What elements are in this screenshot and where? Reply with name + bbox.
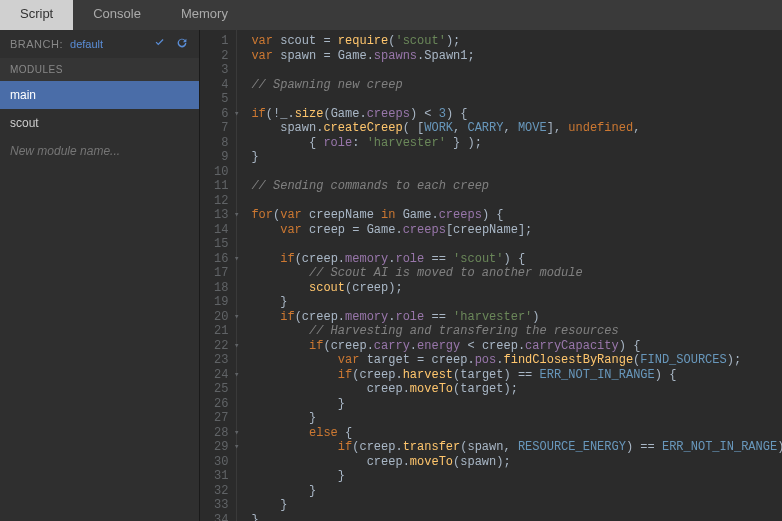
- code-line[interactable]: [251, 63, 782, 78]
- line-number[interactable]: 22: [214, 339, 228, 354]
- line-number[interactable]: 21: [214, 324, 228, 339]
- code-line[interactable]: }: [251, 150, 782, 165]
- sidebar: BRANCH: default MODULES mainscout: [0, 30, 200, 521]
- code-line[interactable]: [251, 194, 782, 209]
- line-number[interactable]: 31: [214, 469, 228, 484]
- code-line[interactable]: if(creep.carry.energy < creep.carryCapac…: [251, 339, 782, 354]
- gutter: 1234567891011121314151617181920212223242…: [200, 30, 237, 521]
- line-number[interactable]: 28: [214, 426, 228, 441]
- modules-header: MODULES: [0, 58, 199, 81]
- line-number[interactable]: 13: [214, 208, 228, 223]
- branch-row: BRANCH: default: [0, 30, 199, 58]
- code-line[interactable]: creep.moveTo(spawn);: [251, 455, 782, 470]
- line-number[interactable]: 33: [214, 498, 228, 513]
- tab-console[interactable]: Console: [73, 0, 161, 30]
- code-line[interactable]: if(creep.transfer(spawn, RESOURCE_ENERGY…: [251, 440, 782, 455]
- line-number[interactable]: 7: [214, 121, 228, 136]
- code-line[interactable]: var spawn = Game.spawns.Spawn1;: [251, 49, 782, 64]
- line-number[interactable]: 10: [214, 165, 228, 180]
- line-number[interactable]: 11: [214, 179, 228, 194]
- line-number[interactable]: 32: [214, 484, 228, 499]
- line-number[interactable]: 19: [214, 295, 228, 310]
- branch-name[interactable]: default: [70, 38, 103, 50]
- code-line[interactable]: }: [251, 469, 782, 484]
- code-line[interactable]: }: [251, 484, 782, 499]
- code-line[interactable]: [251, 165, 782, 180]
- line-number[interactable]: 17: [214, 266, 228, 281]
- code-area[interactable]: var scout = require('scout');var spawn =…: [237, 30, 782, 521]
- code-line[interactable]: var target = creep.pos.findClosestByRang…: [251, 353, 782, 368]
- line-number[interactable]: 18: [214, 281, 228, 296]
- branch-label: BRANCH:: [10, 38, 63, 50]
- code-line[interactable]: else {: [251, 426, 782, 441]
- line-number[interactable]: 4: [214, 78, 228, 93]
- code-line[interactable]: }: [251, 513, 782, 522]
- code-line[interactable]: spawn.createCreep( [WORK, CARRY, MOVE], …: [251, 121, 782, 136]
- code-line[interactable]: if(creep.memory.role == 'harvester'): [251, 310, 782, 325]
- code-editor[interactable]: 1234567891011121314151617181920212223242…: [200, 30, 782, 521]
- line-number[interactable]: 34: [214, 513, 228, 522]
- line-number[interactable]: 16: [214, 252, 228, 267]
- line-number[interactable]: 27: [214, 411, 228, 426]
- line-number[interactable]: 25: [214, 382, 228, 397]
- line-number[interactable]: 20: [214, 310, 228, 325]
- line-number[interactable]: 24: [214, 368, 228, 383]
- code-line[interactable]: if(!_.size(Game.creeps) < 3) {: [251, 107, 782, 122]
- code-line[interactable]: // Harvesting and transfering the resour…: [251, 324, 782, 339]
- code-line[interactable]: for(var creepName in Game.creeps) {: [251, 208, 782, 223]
- code-line[interactable]: }: [251, 295, 782, 310]
- line-number[interactable]: 2: [214, 49, 228, 64]
- line-number[interactable]: 3: [214, 63, 228, 78]
- line-number[interactable]: 1: [214, 34, 228, 49]
- main-area: BRANCH: default MODULES mainscout 123456…: [0, 30, 782, 521]
- code-line[interactable]: creep.moveTo(target);: [251, 382, 782, 397]
- tab-memory[interactable]: Memory: [161, 0, 248, 30]
- line-number[interactable]: 26: [214, 397, 228, 412]
- line-number[interactable]: 23: [214, 353, 228, 368]
- code-line[interactable]: }: [251, 397, 782, 412]
- line-number[interactable]: 5: [214, 92, 228, 107]
- line-number[interactable]: 12: [214, 194, 228, 209]
- commit-icon[interactable]: [153, 36, 167, 52]
- code-line[interactable]: scout(creep);: [251, 281, 782, 296]
- line-number[interactable]: 15: [214, 237, 228, 252]
- module-list: mainscout: [0, 81, 199, 137]
- code-line[interactable]: }: [251, 411, 782, 426]
- code-line[interactable]: // Sending commands to each creep: [251, 179, 782, 194]
- module-item-scout[interactable]: scout: [0, 109, 199, 137]
- code-line[interactable]: }: [251, 498, 782, 513]
- module-item-main[interactable]: main: [0, 81, 199, 109]
- tab-bar: ScriptConsoleMemory: [0, 0, 782, 30]
- new-module-input[interactable]: [0, 137, 199, 165]
- code-line[interactable]: [251, 92, 782, 107]
- line-number[interactable]: 29: [214, 440, 228, 455]
- reload-icon[interactable]: [175, 36, 189, 52]
- code-line[interactable]: var scout = require('scout');: [251, 34, 782, 49]
- code-line[interactable]: // Scout AI is moved to another module: [251, 266, 782, 281]
- line-number[interactable]: 30: [214, 455, 228, 470]
- code-line[interactable]: var creep = Game.creeps[creepName];: [251, 223, 782, 238]
- code-line[interactable]: if(creep.harvest(target) == ERR_NOT_IN_R…: [251, 368, 782, 383]
- line-number[interactable]: 8: [214, 136, 228, 151]
- line-number[interactable]: 6: [214, 107, 228, 122]
- line-number[interactable]: 14: [214, 223, 228, 238]
- code-line[interactable]: // Spawning new creep: [251, 78, 782, 93]
- code-line[interactable]: [251, 237, 782, 252]
- code-line[interactable]: if(creep.memory.role == 'scout') {: [251, 252, 782, 267]
- tab-script[interactable]: Script: [0, 0, 73, 30]
- code-line[interactable]: { role: 'harvester' } );: [251, 136, 782, 151]
- line-number[interactable]: 9: [214, 150, 228, 165]
